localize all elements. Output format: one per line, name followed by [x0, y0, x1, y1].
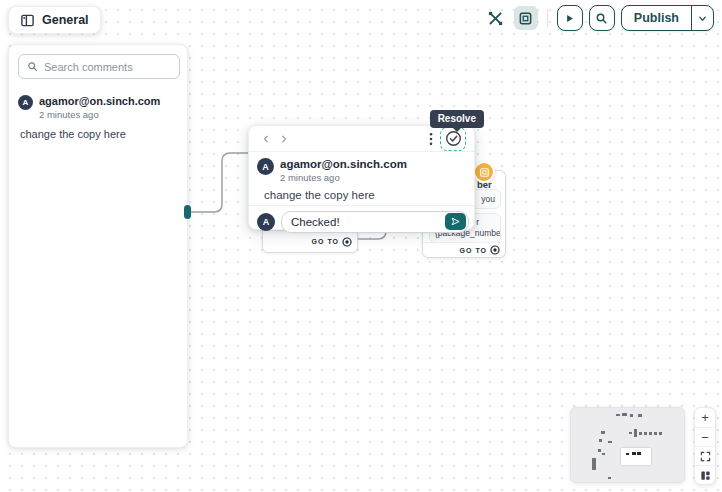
tools-icon[interactable] — [484, 6, 508, 30]
chevron-left-icon — [261, 134, 271, 144]
minimap-node — [629, 432, 632, 434]
minimap-node — [599, 439, 602, 442]
chevron-down-icon — [697, 13, 708, 24]
comment-timestamp: 2 minutes ago — [280, 172, 407, 183]
comments-mode-icon[interactable] — [514, 6, 538, 30]
zoom-controls: + − — [694, 407, 716, 485]
fit-view-button[interactable] — [695, 446, 715, 465]
reply-input-box[interactable] — [281, 211, 469, 233]
search-icon — [27, 61, 38, 72]
send-icon — [450, 216, 461, 227]
comment-text: change the copy here — [264, 189, 466, 201]
goto-label: GO TO — [312, 238, 339, 245]
comment-icon — [479, 167, 490, 178]
goto-row[interactable]: GO TO — [423, 242, 505, 257]
minimap-node — [632, 452, 636, 455]
search-button[interactable] — [589, 5, 615, 31]
avatar: A — [257, 213, 275, 231]
edge-port[interactable] — [184, 205, 191, 219]
zoom-in-button[interactable]: + — [695, 408, 715, 427]
minimap-node — [626, 453, 629, 455]
sidebar-layout-icon — [20, 13, 35, 28]
publish-split-button: Publish — [621, 5, 714, 31]
comments-panel: A agamor@on.sinch.com 2 minutes ago chan… — [8, 44, 188, 448]
popup-reply-row: A — [249, 205, 474, 237]
goto-target-icon[interactable] — [342, 237, 352, 247]
layout-blocks-icon — [700, 470, 711, 481]
minimap-node — [608, 441, 612, 443]
minimap-node — [649, 432, 652, 435]
send-reply-button[interactable] — [445, 213, 466, 230]
avatar: A — [257, 158, 274, 175]
resolve-tooltip: Resolve — [430, 110, 484, 128]
minimap-node — [622, 413, 627, 416]
minimap-node — [634, 429, 637, 437]
chevron-right-icon — [279, 134, 289, 144]
minimap-node — [630, 414, 633, 417]
test-play-button[interactable] — [557, 5, 583, 31]
minimap-node — [616, 414, 620, 416]
minimap-node — [608, 477, 611, 479]
minimap-node — [601, 431, 605, 434]
goto-target-icon[interactable] — [490, 245, 500, 255]
bubble-text-fragment: you — [481, 194, 495, 204]
general-label: General — [42, 13, 89, 27]
minimap-toggle-button[interactable] — [695, 465, 715, 484]
toolbar-divider — [547, 9, 548, 27]
comment-thread-popup: A agamor@on.sinch.com 2 minutes ago chan… — [248, 125, 475, 230]
comment-text: change the copy here — [20, 128, 180, 140]
minimap-node — [592, 458, 596, 470]
avatar: A — [18, 95, 33, 110]
minimap-node — [602, 453, 605, 455]
publish-dropdown-button[interactable] — [691, 6, 713, 30]
general-flow-button[interactable]: General — [8, 6, 101, 34]
minimap-node — [644, 432, 647, 435]
popup-comment: A agamor@on.sinch.com 2 minutes ago chan… — [249, 152, 474, 205]
popup-header — [249, 126, 474, 152]
minimap-node — [637, 452, 641, 455]
more-options-icon[interactable] — [424, 130, 438, 148]
top-toolbar: Publish — [484, 5, 714, 31]
comment-timestamp: 2 minutes ago — [39, 109, 160, 120]
fit-screen-icon — [700, 451, 711, 462]
minimap-viewport[interactable] — [621, 448, 651, 465]
comment-list-item[interactable]: A agamor@on.sinch.com 2 minutes ago chan… — [18, 95, 180, 140]
comment-author: agamor@on.sinch.com — [280, 158, 407, 171]
comment-pin-badge[interactable] — [473, 161, 495, 183]
minimap-node — [638, 414, 642, 417]
comment-author: agamor@on.sinch.com — [39, 95, 160, 108]
goto-label: GO TO — [460, 247, 487, 254]
next-comment-button[interactable] — [275, 130, 293, 148]
search-comments-input[interactable] — [44, 61, 171, 73]
minimap-node — [598, 449, 601, 452]
minimap[interactable] — [570, 407, 685, 483]
prev-comment-button[interactable] — [257, 130, 275, 148]
minimap-node — [639, 432, 642, 435]
minimap-node — [659, 432, 662, 435]
minimap-node — [654, 432, 657, 435]
publish-button[interactable]: Publish — [622, 6, 691, 30]
zoom-out-button[interactable]: − — [695, 427, 715, 446]
reply-input[interactable] — [291, 216, 445, 228]
check-circle-icon — [445, 130, 462, 147]
comments-search[interactable] — [18, 54, 180, 79]
